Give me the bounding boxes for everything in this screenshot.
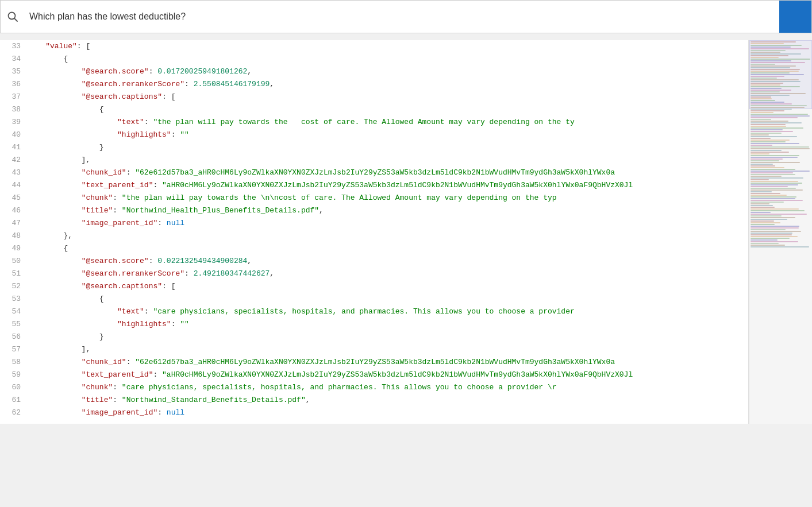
line-content: "image_parent_id": null: [28, 407, 184, 419]
minimap-line: [751, 145, 772, 146]
minimap-line: [751, 177, 803, 179]
minimap-line: [751, 172, 793, 173]
minimap-line: [751, 48, 809, 49]
minimap-line: [751, 200, 803, 201]
line-content: "@search.captions": [: [28, 91, 175, 103]
minimap-line: [751, 193, 780, 194]
line-content: "text": "care physicians, specialists, h…: [28, 305, 575, 318]
code-line: 44 "text_parent_id": "aHR0cHM6Ly9oZWlkaX…: [0, 179, 748, 192]
line-content: "@search.rerankerScore": 2.5508451461791…: [28, 78, 274, 91]
minimap-line: [751, 110, 784, 111]
minimap-line: [751, 152, 789, 153]
minimap-line: [751, 191, 772, 192]
svg-line-1: [14, 18, 17, 21]
line-number: 40: [0, 129, 28, 141]
search-bar: [0, 0, 812, 33]
minimap-line: [751, 233, 792, 234]
minimap-line: [751, 122, 802, 123]
line-number: 37: [0, 91, 28, 103]
minimap-line: [751, 90, 791, 91]
line-number: 58: [0, 356, 28, 369]
minimap-line: [751, 134, 769, 136]
minimap-line: [751, 217, 795, 218]
minimap-line: [751, 196, 796, 198]
minimap-line: [751, 146, 809, 148]
code-line: 54 "text": "care physicians, specialists…: [0, 305, 748, 318]
line-content: {: [28, 242, 68, 255]
line-content: "highlights": "": [28, 129, 189, 141]
code-line: 53 {: [0, 293, 748, 305]
minimap-line: [751, 103, 792, 105]
line-content: "chunk_id": "62e612d57ba3_aHR0cHM6Ly9oZW…: [28, 167, 615, 179]
code-line: 49 {: [0, 242, 748, 255]
line-number: 55: [0, 318, 28, 331]
minimap-line: [751, 69, 800, 70]
minimap[interactable]: [749, 40, 812, 424]
minimap-line: [751, 174, 795, 175]
minimap-line: [751, 41, 796, 42]
code-line: 36 "@search.rerankerScore": 2.5508451461…: [0, 78, 748, 91]
code-line: 46 "title": "Northwind_Health_Plus_Benef…: [0, 204, 748, 217]
code-line: 55 "highlights": "": [0, 318, 748, 331]
minimap-line: [751, 181, 798, 182]
search-button[interactable]: [779, 1, 811, 33]
code-line: 59 "text_parent_id": "aHR0cHM6Ly9oZWlkaX…: [0, 369, 748, 381]
minimap-line: [751, 127, 803, 129]
search-magnifier-icon: [1, 11, 25, 22]
minimap-line: [751, 114, 808, 115]
line-content: "highlights": "": [28, 318, 189, 331]
minimap-line: [751, 53, 801, 55]
line-number: 51: [0, 268, 28, 280]
minimap-line: [751, 243, 779, 244]
minimap-line: [751, 47, 791, 48]
line-number: 33: [0, 40, 28, 53]
line-content: "chunk": "care physicians, specialists, …: [28, 381, 557, 394]
minimap-line: [751, 93, 806, 94]
minimap-line: [751, 64, 775, 65]
line-content: "chunk_id": "62e612d57ba3_aHR0cHM6Ly9oZW…: [28, 356, 615, 369]
minimap-line: [751, 245, 785, 246]
clear-button[interactable]: [765, 1, 779, 33]
minimap-line: [751, 88, 782, 89]
minimap-line: [751, 121, 788, 122]
minimap-line: [751, 45, 802, 46]
code-panel[interactable]: 33 "value": [34 {35 "@search.score": 0.0…: [0, 40, 749, 424]
minimap-line: [751, 124, 786, 125]
code-line: 37 "@search.captions": [: [0, 91, 748, 103]
minimap-line: [751, 179, 769, 180]
minimap-line: [751, 219, 787, 220]
minimap-line: [751, 234, 792, 235]
minimap-line: [751, 207, 775, 208]
minimap-line: [751, 157, 798, 158]
minimap-line: [751, 102, 784, 103]
code-line: 58 "chunk_id": "62e612d57ba3_aHR0cHM6Ly9…: [0, 356, 748, 369]
code-line: 43 "chunk_id": "62e612d57ba3_aHR0cHM6Ly9…: [0, 167, 748, 179]
line-content: "@search.score": 0.017200259491801262,: [28, 65, 252, 78]
line-number: 35: [0, 65, 28, 78]
code-line: 56 }: [0, 331, 748, 343]
line-number: 57: [0, 343, 28, 356]
results-area: 33 "value": [34 {35 "@search.score": 0.0…: [0, 40, 812, 424]
minimap-line: [751, 67, 790, 68]
minimap-line: [751, 183, 802, 184]
minimap-line: [751, 224, 775, 225]
code-line: 48 },: [0, 230, 748, 242]
code-line: 47 "image_parent_id": null: [0, 217, 748, 230]
minimap-line: [751, 231, 801, 232]
search-input[interactable]: [25, 1, 765, 33]
line-content: "@search.score": 0.022132549434900284,: [28, 255, 252, 268]
minimap-line: [751, 236, 798, 237]
minimap-line: [751, 171, 810, 172]
minimap-line: [751, 91, 780, 92]
results-label: [0, 33, 812, 40]
line-number: 45: [0, 192, 28, 204]
minimap-line: [751, 71, 799, 72]
line-content: }: [28, 141, 104, 154]
code-line: 51 "@search.rerankerScore": 2.4921803474…: [0, 268, 748, 280]
line-number: 50: [0, 255, 28, 268]
minimap-line: [751, 153, 769, 154]
minimap-line: [751, 96, 771, 98]
minimap-line: [751, 208, 799, 210]
minimap-line: [751, 84, 780, 86]
line-content: ],: [28, 343, 90, 356]
